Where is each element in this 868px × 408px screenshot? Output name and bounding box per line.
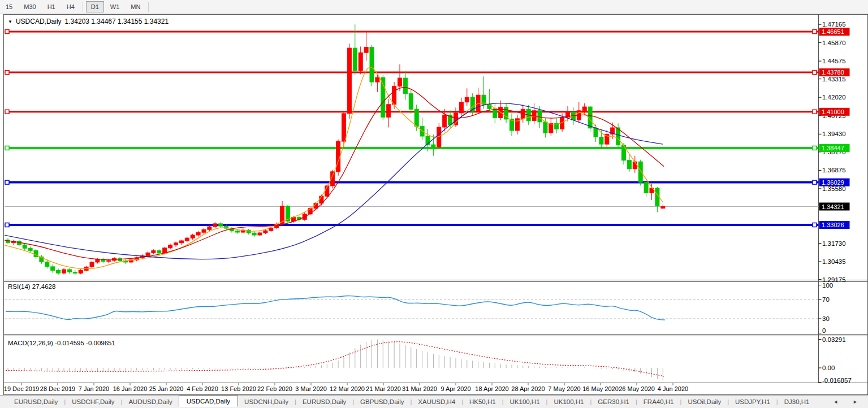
date-tick-label: 7 Jan 2020 [79, 385, 109, 392]
price-tick-label: 1.35580 [822, 185, 846, 192]
date-tick-label: 16 Jan 2020 [113, 385, 148, 392]
hline-price-badge: 1.36029 [822, 179, 844, 186]
hline-handle[interactable] [5, 110, 9, 114]
chart-tab-xauusd-h4[interactable]: XAUUSD,H4 [412, 397, 461, 407]
hline-handle[interactable] [5, 180, 9, 184]
chart-tab-hk50-h1[interactable]: HK50,H1 [463, 397, 502, 407]
candle-body [235, 231, 239, 232]
chart-tab-usdjpy-h1[interactable]: USDJPY,H1 [729, 397, 776, 407]
chart-window[interactable]: 1.471651.458701.445751.433151.420201.407… [0, 14, 868, 395]
date-tick-label: 21 Mar 2020 [366, 385, 401, 392]
candle-body [443, 115, 447, 127]
timeframe-button-d1[interactable]: D1 [86, 1, 104, 12]
rsi-tick-label: 30 [822, 315, 830, 322]
hline-handle[interactable] [813, 223, 817, 227]
hline-handle[interactable] [5, 30, 9, 34]
candle-body [185, 238, 189, 241]
date-tick-label: 18 Apr 2020 [475, 385, 508, 392]
date-tick-label: 19 Dec 2019 [4, 385, 39, 392]
candle-body [73, 272, 77, 274]
candle-body [392, 86, 396, 105]
timeframe-button-mn[interactable]: MN [126, 1, 145, 12]
candle-body [252, 233, 256, 235]
hline-handle[interactable] [5, 146, 9, 150]
chart-tab-usdchf-daily[interactable]: USDCHF,Daily [66, 397, 120, 407]
candle-body [57, 271, 61, 274]
candle-body [67, 270, 71, 272]
rsi-tick-label: 0 [822, 327, 826, 334]
date-tick-label: 3 Mar 2020 [295, 385, 327, 392]
candle-body [202, 229, 206, 232]
candle-body [538, 111, 542, 122]
chart-tab-fra40-h1[interactable]: FRA40,H1 [637, 397, 680, 407]
hline-handle[interactable] [813, 30, 817, 34]
candle-body [45, 262, 49, 267]
candle-body [644, 183, 648, 193]
price-tick-label: 1.36875 [822, 167, 846, 173]
candle-body [179, 241, 183, 243]
chart-tab-dj30-h1[interactable]: DJ30,H1 [778, 397, 816, 407]
timeframe-button-h4[interactable]: H4 [62, 1, 80, 12]
hline-price-badge: 1.33026 [822, 222, 844, 228]
candle-body [342, 114, 346, 141]
chart-tab-usdcad-daily[interactable]: USDCAD,Daily [179, 396, 238, 407]
candle-body [549, 123, 553, 133]
date-tick-label: 9 Apr 2020 [441, 385, 470, 392]
price-tick-label: 1.47165 [822, 21, 846, 28]
chart-tab-eurusd-daily[interactable]: EURUSD,Daily [296, 397, 352, 407]
candle-body [409, 94, 413, 110]
candle-body [247, 230, 251, 233]
candle-body [387, 105, 391, 118]
candle-body [359, 53, 362, 71]
candle-body [79, 271, 83, 274]
chart-tab-audusd-daily[interactable]: AUDUSD,Daily [122, 397, 178, 407]
hline-handle[interactable] [813, 71, 817, 75]
tab-scroll-right-icon[interactable]: ► [853, 399, 858, 405]
chart-tab-eurusd-daily[interactable]: EURUSD,Daily [8, 397, 64, 407]
candle-body [157, 251, 161, 253]
date-tick-label: 22 Feb 2020 [257, 385, 292, 392]
candle-body [627, 160, 631, 169]
price-tick-label: 1.43315 [822, 76, 846, 83]
candle-body [191, 235, 195, 238]
current-price-badge: 1.34321 [822, 203, 844, 210]
candle-body [465, 97, 469, 102]
date-tick-label: 31 Mar 2020 [402, 385, 437, 392]
chart-tab-usdcnh-daily[interactable]: USDCNH,Daily [238, 397, 295, 407]
timeframe-button-15[interactable]: 15 [1, 1, 18, 12]
candle-body [213, 224, 217, 227]
candle-body [599, 137, 603, 145]
hline-handle[interactable] [5, 223, 9, 227]
timeframe-button-m30[interactable]: M30 [19, 1, 41, 12]
timeframe-button-w1[interactable]: W1 [105, 1, 125, 12]
macd-tick-label: 0.03291 [822, 336, 846, 343]
candle-body [370, 47, 374, 83]
candle-body [208, 227, 211, 229]
candle-body [398, 78, 402, 86]
chart-tab-uk100-h1[interactable]: UK100,H1 [504, 397, 546, 407]
candle-body [431, 145, 435, 147]
candle-body [219, 224, 223, 226]
timeframe-button-h1[interactable]: H1 [42, 1, 61, 12]
candle-body [196, 232, 200, 235]
chevron-down-icon[interactable]: ▼ [8, 19, 12, 24]
hline-handle[interactable] [5, 71, 9, 75]
chart-canvas[interactable]: 1.471651.458701.445751.433151.420201.407… [0, 14, 868, 395]
hline-handle[interactable] [813, 180, 817, 184]
date-tick-label: 28 Dec 2019 [40, 385, 75, 392]
candle-body [90, 262, 94, 267]
candle-body [364, 47, 368, 53]
date-tick-label: 16 May 2020 [582, 385, 619, 392]
chart-tab-uk100-h1[interactable]: UK100,H1 [547, 397, 590, 407]
chart-tab-ger30-h1[interactable]: GER30,H1 [591, 397, 636, 407]
toolbar-separator [148, 2, 149, 12]
candle-body [152, 251, 156, 253]
hline-handle[interactable] [813, 146, 817, 150]
hline-handle[interactable] [813, 110, 817, 114]
chart-tab-gbpusd-daily[interactable]: GBPUSD,Daily [354, 397, 410, 407]
tab-scroll-left-icon[interactable]: ◄ [833, 399, 838, 405]
chart-tab-usoil-daily[interactable]: USOil,Daily [681, 397, 727, 407]
candle-body [661, 207, 665, 209]
price-tick-label: 1.30435 [822, 258, 846, 265]
candle-body [51, 267, 55, 271]
